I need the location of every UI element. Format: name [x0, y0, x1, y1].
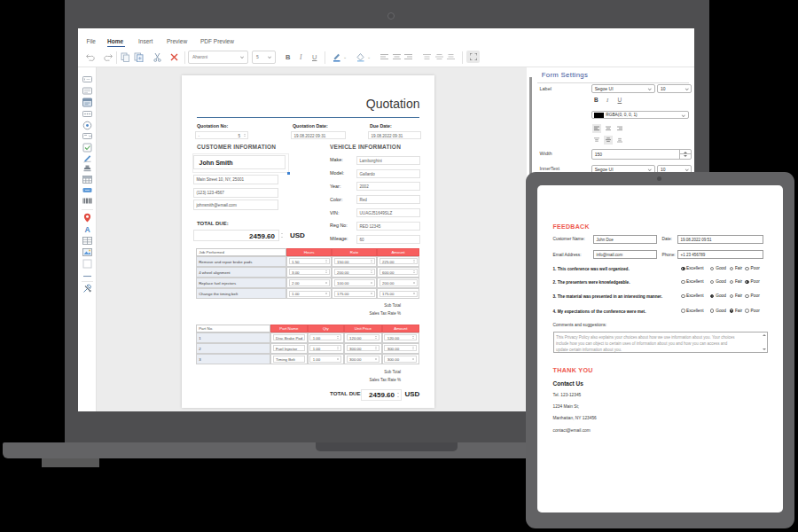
svg-text:A: A: [84, 224, 90, 233]
